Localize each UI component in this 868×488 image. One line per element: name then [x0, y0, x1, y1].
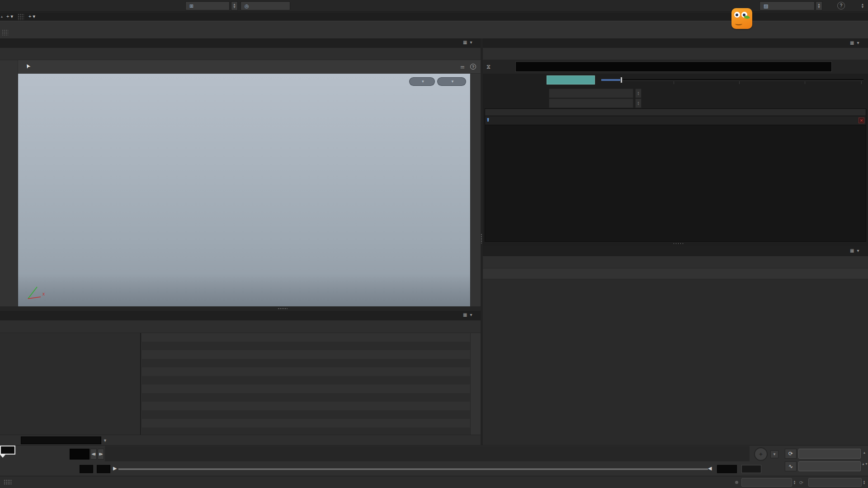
spreadsheet-pathbar [0, 320, 481, 333]
set-key-icon[interactable]: ∿ [785, 461, 797, 471]
auto-update-stepper-icon[interactable]: ▲▼ [862, 478, 867, 487]
parameters-pane: ▦▾ ⧖ ▲▼ ▲▼ ⬆ ✕ [483, 38, 868, 246]
network-canvas[interactable] [483, 279, 868, 445]
display-options-icon[interactable]: ⚌ [460, 64, 465, 70]
cycle-keys-icon[interactable]: ⟳ [785, 449, 797, 459]
shelf-add-tab-right[interactable]: + ▾ [26, 13, 38, 21]
slider-handle[interactable] [620, 77, 623, 83]
reorder-arrow-icon[interactable]: ⬆ [486, 117, 490, 123]
playbar-options-button[interactable]: ✦ [754, 447, 768, 461]
timeline-ruler[interactable] [105, 446, 750, 461]
current-frame-field[interactable] [70, 449, 90, 460]
remove-input-icon[interactable]: ✕ [859, 117, 864, 123]
range-start-field[interactable] [97, 465, 110, 473]
params-empty-area [485, 125, 866, 242]
pane-maximize-icon[interactable]: ▦ [850, 248, 854, 253]
shelf-tools-grip[interactable] [2, 29, 8, 36]
key-all-stepper-icon[interactable]: ▲▼ [862, 462, 867, 465]
viewport-option-strip [470, 74, 481, 306]
persp-view-button[interactable]: ▼ [409, 77, 435, 86]
auto-update-selector[interactable] [808, 478, 862, 487]
merge-node-icon: ⧖ [486, 63, 491, 70]
node-header: ⧖ [483, 60, 868, 74]
desktop-grid-icon: ⊞ [189, 3, 193, 9]
spreadsheet-pane-controls[interactable]: ▦▾ [463, 312, 472, 317]
viewport-horizon-shade [18, 74, 470, 306]
camera-caret-icon: ▼ [451, 80, 454, 84]
keys-info-caret-icon[interactable]: ▲ [862, 451, 867, 454]
input-operator-row[interactable]: ⬆ ✕ [485, 116, 866, 125]
houdini-window: ⊞ ▲▼ ◎ ▨ ▲▼ ? ▲▼ ▴ + ▾ + ▾ [0, 0, 868, 488]
params-pane-controls[interactable]: ▦▾ [850, 40, 859, 45]
network-pane-controls[interactable]: ▦▾ [850, 248, 859, 253]
menubar-scroll-icon[interactable]: ▲▼ [860, 1, 865, 10]
status-dot-icon [735, 481, 738, 484]
relationship-dropdown[interactable] [549, 99, 633, 108]
global-start-field[interactable] [80, 465, 93, 473]
refresh-icon[interactable]: ⟳ [799, 480, 803, 486]
main-menubar: ⊞ ▲▼ ◎ ▨ ▲▼ ? ▲▼ [0, 0, 868, 12]
key-all-channels-button[interactable] [798, 461, 861, 471]
desktop-spinner[interactable]: ▲▼ [231, 1, 238, 10]
layout-selector-left[interactable]: ◎ [241, 1, 290, 10]
activation-input[interactable] [547, 75, 595, 84]
shelf-add-tab-left[interactable]: + ▾ [4, 13, 16, 21]
horizontal-pane-divider[interactable] [0, 306, 481, 311]
global-end-field[interactable] [741, 465, 761, 473]
context-path-stepper-icon[interactable]: ▲▼ [792, 478, 797, 487]
prev-frame-button[interactable]: ◀▮ [90, 449, 97, 460]
camera-select-button[interactable]: ▼ [437, 77, 466, 86]
spreadsheet-rows[interactable] [142, 333, 470, 435]
playbar-caret-button[interactable]: ▼ [770, 450, 778, 458]
node-name-field[interactable] [515, 61, 832, 72]
status-bar: ▲▼ ⟳ ▲▼ [0, 476, 868, 488]
statusbar-grip-icon[interactable] [4, 479, 12, 485]
playhead-notch [0, 455, 5, 458]
pane-menu-caret-icon[interactable]: ▾ [857, 248, 859, 253]
spreadsheet-scrollbar[interactable] [470, 333, 481, 435]
pane-maximize-icon[interactable]: ▦ [463, 312, 467, 317]
spreadsheet-tree [0, 333, 141, 435]
range-slider-track[interactable] [118, 469, 708, 470]
params-pane-grip[interactable] [673, 243, 684, 244]
activation-slider[interactable] [601, 79, 863, 81]
network-menubar [483, 268, 868, 279]
network-wires [483, 279, 868, 445]
relationship-stepper-icon[interactable]: ▲▼ [635, 99, 642, 108]
select-cursor-icon: ➤ [24, 62, 32, 70]
shelf-tab-row: ▴ + ▾ + ▾ [0, 12, 868, 21]
network-editor-pane: ▦▾ [483, 246, 868, 445]
layout-selector-right[interactable]: ▨ [760, 1, 815, 10]
help-icon[interactable]: ? [837, 2, 845, 9]
next-frame-button[interactable]: ▮▶ [98, 449, 104, 460]
hatched-menu-icon: ▨ [764, 3, 768, 9]
relationship-row: ▲▼ [483, 98, 868, 109]
desktop-selector[interactable]: ⊞ [185, 1, 230, 10]
scene-viewport[interactable]: ▼ ▼ x [18, 74, 470, 306]
shelf-tool-row [0, 21, 868, 38]
range-end-field[interactable] [717, 465, 737, 473]
viewport-toolbar [0, 60, 18, 306]
shelf-scroll-left-icon[interactable]: ▴ [0, 13, 4, 21]
pane-menu-caret-icon[interactable]: ▾ [470, 312, 472, 317]
filter-input[interactable] [21, 436, 101, 444]
playhead-flag[interactable] [0, 446, 15, 455]
shelf-grip[interactable] [18, 14, 24, 20]
layout-right-spinner[interactable]: ▲▼ [816, 1, 822, 10]
pane-menu-caret-icon[interactable]: ▾ [857, 40, 859, 45]
input-operators-header [485, 108, 866, 116]
affector-dropdown[interactable] [549, 89, 633, 98]
params-tabbar [483, 38, 868, 48]
range-start-handle[interactable]: ▶ [113, 465, 117, 471]
params-pathbar [483, 48, 868, 60]
affector-stepper-icon[interactable]: ▲▼ [635, 89, 642, 98]
pane-menu-caret-icon[interactable]: ▾ [470, 40, 472, 45]
context-path-selector[interactable] [741, 478, 792, 487]
viewport-help-icon[interactable]: ? [470, 64, 476, 70]
pane-maximize-icon[interactable]: ▦ [850, 40, 854, 45]
keys-info-box[interactable] [798, 449, 861, 459]
pane-maximize-icon[interactable]: ▦ [463, 40, 467, 45]
range-end-handle[interactable]: ◀ [708, 465, 712, 471]
scene-pane-controls[interactable]: ▦▾ [463, 40, 472, 45]
filter-caret-icon[interactable]: ▼ [103, 438, 107, 443]
